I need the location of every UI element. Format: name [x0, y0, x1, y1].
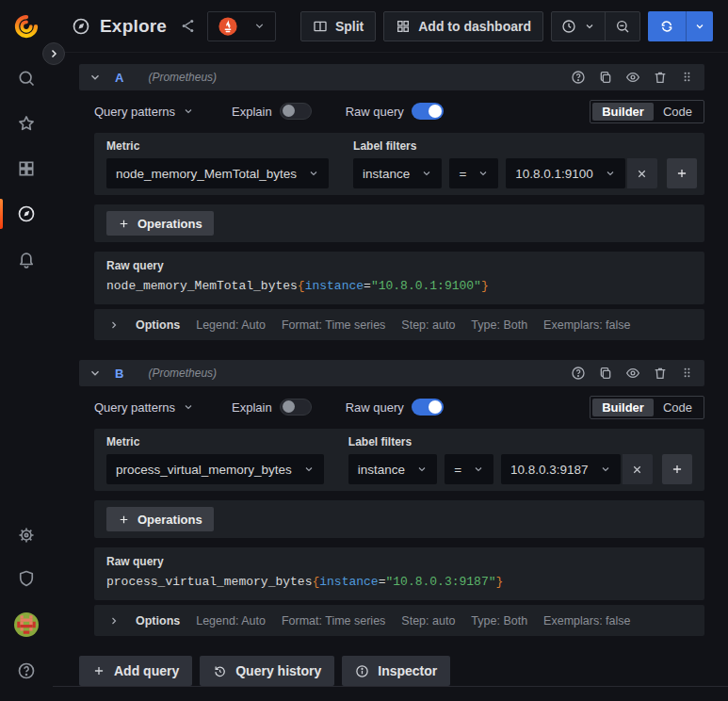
admin-shield-icon[interactable] [17, 569, 36, 588]
sidebar-item-explore[interactable] [17, 204, 36, 223]
grafana-logo[interactable] [12, 12, 40, 41]
add-query-button[interactable]: Add query [79, 656, 192, 686]
options-type: Type: Both [471, 318, 527, 332]
help-icon[interactable] [17, 661, 36, 680]
chevron-down-icon [477, 168, 489, 179]
plus-icon [118, 218, 130, 230]
raw-query-label: Raw query [346, 400, 404, 415]
options-exemplars: Exemplars: false [543, 614, 630, 628]
drag-handle-icon[interactable] [680, 70, 695, 85]
add-operations-button[interactable]: Operations [106, 211, 214, 236]
favorites-icon[interactable] [17, 114, 36, 133]
raw-query-toggle[interactable] [412, 103, 444, 120]
query-patterns-chevron-icon[interactable] [183, 401, 194, 413]
zoom-out-icon [615, 19, 630, 34]
query-patterns-label[interactable]: Query patterns [94, 105, 175, 119]
filter-key-value: instance [358, 463, 405, 477]
query-help-icon[interactable] [571, 366, 586, 381]
raw-query-toggle[interactable] [412, 399, 444, 416]
options-format: Format: Time series [282, 318, 385, 332]
sidebar-expand-button[interactable] [42, 42, 65, 65]
options-collapsible[interactable]: Options Legend: Auto Format: Time series… [94, 605, 704, 636]
chevron-down-icon [303, 464, 315, 475]
history-icon [213, 664, 227, 678]
toggle-knob [283, 105, 295, 117]
remove-filter-button[interactable] [623, 454, 653, 484]
options-type: Type: Both [471, 614, 527, 628]
chevron-down-icon [473, 464, 484, 475]
explain-toggle[interactable] [280, 399, 312, 416]
chevron-down-icon [416, 464, 428, 475]
duplicate-query-icon[interactable] [598, 366, 613, 381]
query-history-button[interactable]: Query history [200, 656, 334, 686]
options-step: Step: auto [401, 318, 455, 332]
refresh-dropdown-caret[interactable] [686, 11, 713, 41]
explain-toggle[interactable] [280, 103, 312, 120]
query-row-header[interactable]: B (Prometheus) [79, 360, 704, 386]
filter-operator-value: = [454, 463, 461, 477]
add-filter-button[interactable] [667, 158, 697, 188]
filter-value-select[interactable]: 10.8.0.3:9187 [501, 454, 621, 484]
toggle-knob [283, 400, 295, 413]
remove-filter-button[interactable] [627, 158, 657, 188]
toggle-knob [429, 400, 442, 414]
filter-operator-select[interactable]: = [445, 454, 493, 484]
collapse-chevron-icon[interactable] [89, 367, 102, 380]
zoom-out-time-button[interactable] [605, 12, 639, 41]
time-picker-button[interactable] [552, 12, 605, 41]
builder-mode-button[interactable]: Builder [592, 103, 654, 121]
operations-panel: Operations [94, 204, 704, 242]
label-filters-field: Label filters instance = [348, 436, 692, 484]
settings-gear-icon[interactable] [17, 526, 36, 545]
metric-value: node_memory_MemTotal_bytes [116, 167, 297, 181]
operations-label: Operations [138, 217, 202, 231]
drag-handle-icon[interactable] [680, 366, 695, 381]
remove-query-trash-icon[interactable] [653, 70, 668, 85]
query-patterns-label[interactable]: Query patterns [94, 400, 175, 415]
query-actions [571, 70, 695, 85]
user-avatar[interactable] [14, 612, 39, 637]
filter-key-select[interactable]: instance [353, 158, 442, 188]
remove-query-trash-icon[interactable] [653, 366, 668, 381]
metric-label: Metric [106, 140, 329, 152]
code-mode-button[interactable]: Code [654, 103, 702, 121]
dashboards-icon[interactable] [17, 159, 36, 178]
options-collapsible[interactable]: Options Legend: Auto Format: Time series… [94, 309, 704, 340]
options-label: Options [136, 318, 180, 332]
filter-key-value: instance [363, 167, 410, 181]
inspector-button[interactable]: Inspector [342, 656, 450, 686]
filter-value-select[interactable]: 10.8.0.1:9100 [506, 158, 625, 188]
query-history-label: Query history [235, 663, 321, 678]
search-icon[interactable] [17, 69, 36, 88]
sidebar-nav [17, 69, 36, 269]
operations-label: Operations [138, 513, 202, 527]
add-to-dashboard-button[interactable]: Add to dashboard [383, 11, 543, 41]
filter-operator-select[interactable]: = [449, 158, 498, 188]
add-operations-button[interactable]: Operations [106, 507, 214, 531]
toggle-knob [429, 105, 442, 118]
topbar-actions: Split Add to dashboard [300, 11, 713, 41]
metric-select[interactable]: node_memory_MemTotal_bytes [106, 158, 329, 188]
duplicate-query-icon[interactable] [598, 70, 613, 85]
disable-query-eye-icon[interactable] [625, 366, 640, 381]
operations-panel: Operations [94, 500, 704, 538]
alerting-icon[interactable] [17, 250, 36, 269]
split-button[interactable]: Split [300, 11, 376, 41]
filter-key-select[interactable]: instance [348, 454, 437, 484]
datasource-picker[interactable] [207, 11, 276, 41]
options-legend: Legend: Auto [196, 614, 266, 628]
inspector-label: Inspector [378, 663, 437, 678]
query-patterns-chevron-icon[interactable] [183, 106, 194, 117]
metric-label: Metric [106, 436, 324, 448]
disable-query-eye-icon[interactable] [625, 70, 640, 85]
add-filter-button[interactable] [662, 454, 692, 484]
code-mode-button[interactable]: Code [654, 399, 702, 416]
collapse-chevron-icon[interactable] [89, 71, 102, 84]
raw-query-label: Raw query [106, 260, 692, 271]
query-help-icon[interactable] [571, 70, 586, 85]
query-row-header[interactable]: A (Prometheus) [79, 64, 704, 90]
share-icon[interactable] [180, 18, 196, 34]
metric-select[interactable]: process_virtual_memory_bytes [106, 454, 324, 484]
builder-mode-button[interactable]: Builder [592, 399, 654, 416]
run-query-button[interactable] [648, 11, 713, 41]
